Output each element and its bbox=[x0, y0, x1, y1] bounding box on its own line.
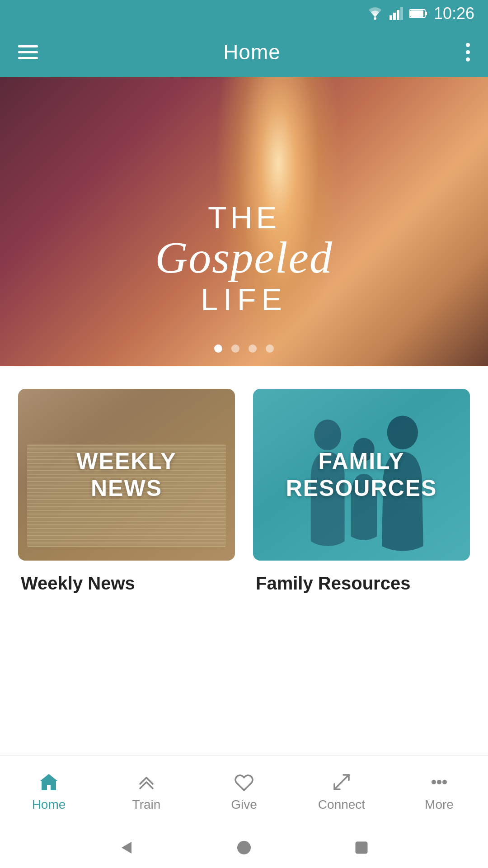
hero-line3: LIFE bbox=[0, 283, 488, 316]
hero-carousel-dots bbox=[0, 344, 488, 353]
carousel-dot-1[interactable] bbox=[214, 344, 222, 353]
hero-line2: Gospeled bbox=[0, 233, 488, 283]
svg-rect-3 bbox=[397, 10, 399, 20]
hero-banner[interactable]: THE Gospeled LIFE bbox=[0, 77, 488, 366]
connect-icon bbox=[331, 771, 352, 793]
status-time: 10:26 bbox=[434, 4, 474, 23]
weekly-news-card[interactable]: WEEKLY NEWS Weekly News bbox=[18, 389, 235, 732]
status-icons: 10:26 bbox=[367, 4, 474, 23]
svg-rect-7 bbox=[410, 10, 423, 17]
svg-point-16 bbox=[432, 780, 436, 784]
weekly-news-overlay: WEEKLY NEWS bbox=[72, 448, 181, 502]
carousel-dot-4[interactable] bbox=[266, 344, 274, 353]
carousel-dot-3[interactable] bbox=[249, 344, 257, 353]
home-button[interactable] bbox=[233, 836, 255, 859]
wifi-icon bbox=[367, 7, 383, 20]
system-navigation bbox=[0, 827, 488, 868]
svg-line-11 bbox=[334, 775, 349, 789]
weekly-news-image: WEEKLY NEWS bbox=[18, 389, 235, 561]
home-nav-label: Home bbox=[32, 797, 66, 812]
svg-rect-1 bbox=[389, 15, 392, 20]
give-nav-label: Give bbox=[231, 797, 257, 812]
svg-rect-2 bbox=[393, 13, 396, 20]
family-resources-card[interactable]: FAMILY RESOURCES Family Resources bbox=[253, 389, 470, 732]
nav-item-home[interactable]: Home bbox=[0, 771, 98, 812]
connect-nav-label: Connect bbox=[318, 797, 365, 812]
bottom-navigation: Home Train Give Connect bbox=[0, 755, 488, 827]
svg-rect-4 bbox=[400, 7, 403, 20]
train-nav-label: Train bbox=[132, 797, 161, 812]
train-icon bbox=[136, 771, 157, 793]
nav-item-train[interactable]: Train bbox=[98, 771, 195, 812]
give-icon bbox=[233, 771, 255, 793]
nav-item-give[interactable]: Give bbox=[195, 771, 293, 812]
nav-item-more[interactable]: More bbox=[390, 771, 488, 812]
family-resources-label: Family Resources bbox=[253, 571, 470, 595]
svg-point-17 bbox=[437, 780, 441, 784]
svg-rect-21 bbox=[356, 842, 367, 853]
back-button[interactable] bbox=[115, 836, 138, 859]
carousel-dot-2[interactable] bbox=[231, 344, 239, 353]
app-header: Home bbox=[0, 27, 488, 77]
svg-point-0 bbox=[374, 17, 376, 20]
hamburger-menu-button[interactable] bbox=[18, 45, 38, 59]
svg-point-20 bbox=[237, 841, 251, 854]
battery-icon bbox=[409, 9, 427, 19]
page-title: Home bbox=[223, 40, 281, 64]
more-nav-label: More bbox=[425, 797, 454, 812]
hero-line1: THE bbox=[0, 202, 488, 233]
hero-text: THE Gospeled LIFE bbox=[0, 202, 488, 316]
more-dots-icon bbox=[428, 771, 450, 793]
signal-icon bbox=[389, 7, 403, 20]
svg-point-10 bbox=[387, 415, 418, 449]
family-resources-overlay: FAMILY RESOURCES bbox=[286, 448, 437, 502]
home-icon bbox=[38, 771, 60, 793]
more-options-button[interactable] bbox=[466, 43, 470, 61]
status-bar: 10:26 bbox=[0, 0, 488, 27]
nav-item-connect[interactable]: Connect bbox=[293, 771, 390, 812]
svg-rect-6 bbox=[425, 12, 427, 15]
recents-button[interactable] bbox=[350, 836, 373, 859]
svg-marker-19 bbox=[122, 842, 131, 854]
family-resources-image: FAMILY RESOURCES bbox=[253, 389, 470, 561]
weekly-news-label: Weekly News bbox=[18, 571, 235, 595]
cards-section: WEEKLY NEWS Weekly News FAMILY RESOURCES… bbox=[0, 366, 488, 755]
svg-point-8 bbox=[314, 420, 341, 450]
svg-point-18 bbox=[442, 780, 447, 784]
